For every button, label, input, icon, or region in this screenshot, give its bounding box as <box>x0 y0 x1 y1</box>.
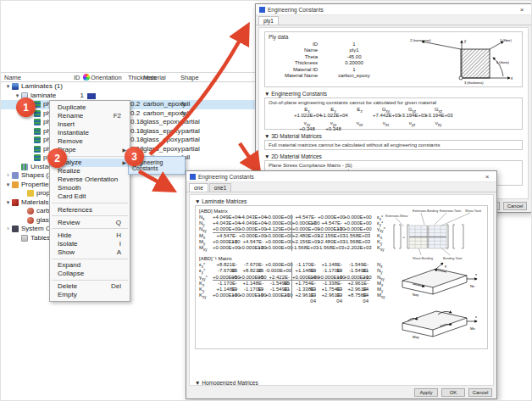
menu-item[interactable]: Realize <box>50 167 130 175</box>
dialog-button[interactable]: Apply <box>414 388 438 397</box>
close-icon[interactable]: × <box>481 173 493 181</box>
menu-item[interactable] <box>52 215 128 216</box>
tree-item-icon <box>34 136 41 143</box>
tree-expander-icon[interactable]: › <box>4 225 12 234</box>
tree-item-label: Properties <box>21 181 52 190</box>
field-value: 1 <box>318 42 391 47</box>
tree-item-material: carbon_epoxy <box>143 100 186 109</box>
menu-item[interactable]: Duplicate <box>50 103 130 111</box>
menu-shortcut: I <box>119 240 121 248</box>
tree-row[interactable]: ▾ Laminates (1) <box>1 82 285 92</box>
constant-header: Ey <box>320 107 346 113</box>
tab-one[interactable]: one <box>189 183 208 192</box>
dialog-tabs: one one1 <box>186 182 496 192</box>
menu-item[interactable]: Remove <box>50 136 130 145</box>
tree-row[interactable]: ply4 0.18 glass_epoxy partial <box>1 127 285 136</box>
menu-item[interactable]: Reverse Orientation <box>50 175 130 184</box>
menu-shortcut: A <box>117 248 121 256</box>
tab-one1[interactable]: one1 <box>209 183 231 192</box>
matrices-3d-section[interactable]: ▼ 3D Material Matrices <box>264 133 523 139</box>
tree-row[interactable]: ▾ laminate 1 <box>1 92 285 101</box>
engineering-constants-section[interactable]: ▼ Engineering Constants <box>264 91 523 97</box>
matrices-2d-section[interactable]: ▼ 2D Material Matrices <box>264 153 523 159</box>
menu-item[interactable]: References <box>50 205 130 214</box>
dialog-titlebar[interactable]: Engineering Constants × <box>186 171 496 182</box>
svg-text:Nx: Nx <box>470 284 475 288</box>
col-name[interactable]: Name <box>4 74 21 81</box>
compliance-subtitle: Plane Stress Compliance Matrix - [S]: <box>269 163 518 168</box>
tree-item-icon <box>34 146 41 153</box>
engineering-constants-box: Out-of-plane engineering constants canno… <box>264 97 523 130</box>
tree-item-icon <box>27 208 34 214</box>
tree-expander-icon[interactable]: ▾ <box>4 82 12 92</box>
dialog-button[interactable]: OK <box>441 388 465 397</box>
poisson-header: νxz <box>346 120 373 126</box>
dialog-content: ▼ Laminate Matrices [ABD] Matrix Nx +4.0… <box>189 194 494 386</box>
svg-text:Shear-Bending: Shear-Bending <box>413 257 433 260</box>
menu-item[interactable]: Rename F2 <box>50 111 130 120</box>
menu-item[interactable]: Delete Del <box>50 282 130 291</box>
svg-text:θ (theta): θ (theta) <box>496 60 510 64</box>
col-id[interactable]: ID <box>74 74 80 81</box>
tree-item-shape: partial <box>181 136 200 145</box>
app-icon <box>190 174 196 180</box>
tree-item-icon <box>34 154 41 161</box>
dialog-button[interactable]: Cancel <box>468 388 492 397</box>
menu-item[interactable]: Hide H <box>50 231 130 239</box>
col-orientation[interactable]: Orientation <box>91 74 122 81</box>
menu-item[interactable]: Empty <box>50 291 130 299</box>
menu-item-label: Empty <box>58 291 77 298</box>
menu-item[interactable] <box>52 228 128 229</box>
close-icon[interactable]: × <box>516 6 528 14</box>
tree-expander-icon[interactable]: › <box>4 171 12 181</box>
menu-item[interactable] <box>52 203 128 203</box>
dialog-button[interactable]: Cancel <box>503 202 527 210</box>
tree-row[interactable]: ply2 0.2 carbon_epoxy full <box>1 109 285 119</box>
menu-item[interactable]: Insert <box>50 120 130 128</box>
col-material[interactable]: Material <box>143 74 166 81</box>
menu-item[interactable]: Isolate I <box>50 239 130 248</box>
poisson-header: νxy <box>294 120 320 126</box>
menu-item[interactable]: Expand <box>50 261 130 270</box>
menu-item-label: Remove <box>58 137 83 145</box>
tree-expander-icon[interactable]: ▾ <box>4 181 12 190</box>
color-chip[interactable] <box>87 93 96 99</box>
menu-item-label: Show <box>58 248 75 256</box>
constant-value <box>346 113 373 119</box>
matrices-3d-box: Full material matrices cannot be calcula… <box>264 140 523 150</box>
menu-item[interactable]: Review Q <box>50 218 130 226</box>
tree-row[interactable]: ply3 0.18 glass_epoxy partial <box>1 118 285 127</box>
menu-item-label: Insert <box>58 120 75 128</box>
tree-item-icon <box>34 119 41 125</box>
tree-row[interactable]: ply1 -45.0 0.2 carbon_epoxy full <box>1 100 285 109</box>
laminate-matrices-section[interactable]: ▼ Laminate Matrices <box>195 198 488 204</box>
menu-item[interactable]: Smooth <box>50 184 130 192</box>
poisson-value: +0.348 <box>294 126 320 132</box>
dialog-titlebar[interactable]: Engineering Constants × <box>256 4 531 15</box>
tree-item-shape: full <box>181 109 190 119</box>
homogenized-matrices-section[interactable]: ▼ Homogenized Matrices <box>195 380 488 386</box>
tree-item-thickness: 0.18 <box>130 136 144 145</box>
tree-item-id: 1 <box>72 92 84 101</box>
tree-item-shape: full <box>181 100 190 109</box>
svg-text:2 (transverse): 2 (transverse) <box>410 38 431 42</box>
menu-item[interactable]: Show A <box>50 248 130 256</box>
menu-item[interactable] <box>52 280 128 281</box>
tree-row[interactable]: ply5 0.18 glass_epoxy partial <box>1 136 285 145</box>
tree-expander-icon[interactable]: ▾ <box>4 198 12 208</box>
tab-ply1[interactable]: ply1 <box>258 16 279 25</box>
menu-shortcut: Q <box>116 219 121 226</box>
svg-text:Nxy: Nxy <box>413 292 419 297</box>
color-chip[interactable] <box>87 84 96 90</box>
svg-text:·: · <box>449 235 450 239</box>
menu-item[interactable]: Card Edit <box>50 192 130 201</box>
menu-item-label: Instantiate <box>58 129 89 136</box>
menu-item[interactable] <box>52 259 128 259</box>
menu-item[interactable]: Instantiate <box>50 128 130 136</box>
constant-value: +1.022E+04 <box>320 113 346 119</box>
menu-item[interactable]: Collapse <box>50 270 130 278</box>
tree-item-material: glass_epoxy <box>143 136 180 145</box>
field-value: 1 <box>318 67 391 73</box>
svg-text:Mx: Mx <box>470 326 475 331</box>
col-shape[interactable]: Shape <box>180 74 199 81</box>
